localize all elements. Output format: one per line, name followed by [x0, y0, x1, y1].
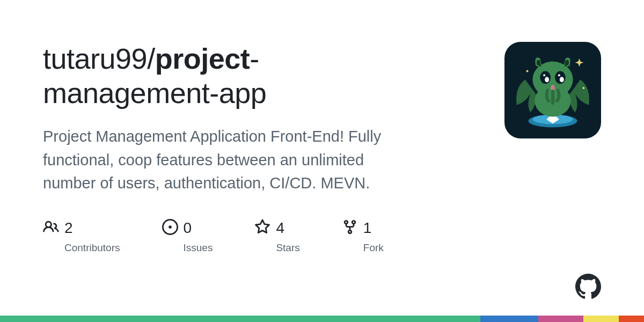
stat-contributors[interactable]: 2 Contributors: [43, 219, 120, 254]
owner-avatar[interactable]: [504, 42, 601, 138]
contributors-label: Contributors: [64, 242, 120, 254]
stat-stars[interactable]: 4 Stars: [254, 219, 299, 254]
lang-typescript: [480, 316, 538, 322]
github-logo-icon[interactable]: [575, 274, 601, 299]
stat-issues[interactable]: 0 Issues: [162, 219, 213, 254]
star-icon: [254, 219, 270, 238]
lang-scss: [538, 316, 583, 322]
svg-point-10: [558, 74, 560, 76]
lang-vue: [0, 316, 480, 322]
svg-point-8: [560, 77, 564, 82]
contributors-count: 2: [64, 221, 73, 236]
contributors-icon: [43, 219, 59, 238]
forks-count: 1: [363, 221, 372, 236]
svg-point-7: [545, 77, 549, 82]
repo-slash: /: [147, 42, 155, 75]
stars-label: Stars: [276, 242, 299, 254]
svg-point-12: [526, 70, 529, 72]
lang-html: [619, 316, 644, 322]
fork-icon: [342, 219, 358, 238]
issues-count: 0: [184, 221, 192, 236]
repo-title[interactable]: tutaru99/project-management-app: [43, 42, 419, 110]
language-bar: [0, 316, 644, 322]
stars-count: 4: [276, 221, 284, 236]
svg-point-9: [543, 74, 545, 76]
repo-stats: 2 Contributors 0 Issues 4: [43, 219, 419, 254]
lang-javascript: [583, 316, 619, 322]
issues-label: Issues: [184, 242, 213, 254]
repo-owner[interactable]: tutaru99: [43, 42, 147, 75]
svg-point-13: [582, 87, 584, 89]
repo-description: Project Management Application Front-End…: [43, 125, 413, 195]
forks-label: Fork: [363, 242, 384, 254]
svg-point-6: [555, 71, 566, 84]
issues-icon: [162, 219, 178, 238]
svg-point-5: [540, 71, 551, 84]
stat-forks[interactable]: 1 Fork: [342, 219, 384, 254]
